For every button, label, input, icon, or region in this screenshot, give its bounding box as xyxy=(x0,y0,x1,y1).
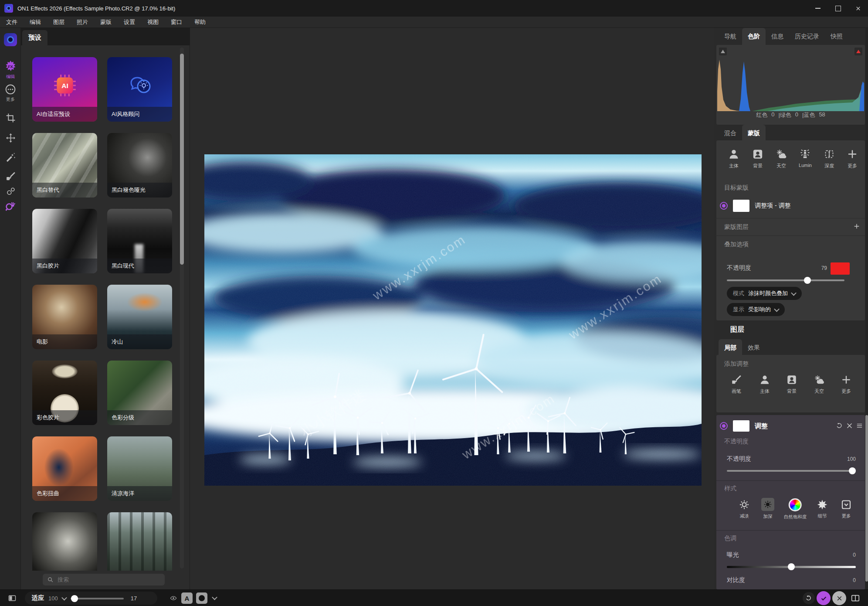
tab-local[interactable]: 局部 xyxy=(719,339,742,356)
mask-brush-tool-button[interactable] xyxy=(0,171,21,182)
adjust-tool-sky[interactable]: 天空 xyxy=(814,374,825,395)
zoom-slider-knob[interactable] xyxy=(71,595,78,602)
mask-view-button[interactable] xyxy=(196,592,207,604)
preset-tile[interactable] xyxy=(32,512,97,571)
menu-layer[interactable]: 图层 xyxy=(47,17,71,27)
original-compare-button[interactable]: A xyxy=(181,592,193,604)
mask-tool-lumin[interactable]: Lumin xyxy=(799,148,812,168)
canvas-area[interactable]: www.xxrjm.com www.xxrjm.com www.xxrjm.co… xyxy=(190,28,714,589)
zoom-slider-track[interactable] xyxy=(71,598,124,599)
mask-tool-more[interactable]: 更多 xyxy=(847,148,858,169)
mask-tool-background[interactable]: 背景 xyxy=(752,148,764,169)
style-more[interactable]: 更多 xyxy=(841,499,852,519)
tab-presets[interactable]: 预设 xyxy=(22,30,47,45)
preview-eye-button[interactable] xyxy=(169,595,178,602)
preset-tile-ai-adaptive[interactable]: AI AI自适应预设 xyxy=(32,57,97,122)
overlay-mode-dropdown[interactable]: 模式 涂抹时颜色叠加 xyxy=(727,287,802,300)
maximize-button[interactable] xyxy=(828,0,848,17)
tab-blend[interactable]: 混合 xyxy=(719,125,742,142)
apply-button[interactable] xyxy=(817,591,831,605)
cancel-button[interactable] xyxy=(832,591,846,605)
overlay-opacity-slider-knob[interactable] xyxy=(804,277,811,284)
adjustment-radio[interactable] xyxy=(720,422,728,430)
menu-photo[interactable]: 照片 xyxy=(71,17,94,27)
zoom-slider[interactable] xyxy=(71,595,124,602)
delete-icon[interactable] xyxy=(846,422,853,429)
adjust-tool-subject[interactable]: 主体 xyxy=(759,374,770,395)
tab-navigator[interactable]: 导航 xyxy=(719,28,742,45)
highlight-clipping-button[interactable] xyxy=(854,48,862,55)
preset-tile[interactable]: 色彩分级 xyxy=(107,361,172,425)
style-burn[interactable]: 加深 xyxy=(761,498,774,520)
undo-button[interactable] xyxy=(803,592,815,604)
preset-tile[interactable] xyxy=(107,512,172,571)
mask-tool-subject[interactable]: 主体 xyxy=(728,148,740,169)
overlay-show-dropdown[interactable]: 显示 受影响的 xyxy=(727,303,785,316)
target-mask-row[interactable]: 调整项 - 调整 xyxy=(720,200,790,212)
menu-view[interactable]: 视图 xyxy=(141,17,165,27)
adjust-tool-background[interactable]: 背景 xyxy=(786,374,797,395)
style-dodge[interactable]: 减淡 xyxy=(739,499,750,519)
menu-edit[interactable]: 编辑 xyxy=(24,17,47,27)
ai-wand-tool-button[interactable] xyxy=(0,152,21,163)
tab-levels[interactable]: 色阶 xyxy=(742,28,766,45)
preset-tile[interactable]: 清凉海洋 xyxy=(107,436,172,501)
chevron-down-icon[interactable] xyxy=(61,595,67,600)
more-module-button[interactable]: 更多 xyxy=(0,84,21,102)
mask-tool-depth[interactable]: 深度 xyxy=(824,148,835,169)
reset-icon[interactable] xyxy=(836,422,843,429)
preset-tile[interactable]: 电影 xyxy=(32,285,97,349)
mask-thumbnail[interactable] xyxy=(733,200,749,212)
adjustment-opacity-slider-knob[interactable] xyxy=(849,467,856,474)
tab-snapshot[interactable]: 快照 xyxy=(825,28,848,45)
preset-tile-ai-style[interactable]: AI风格顾问 xyxy=(107,57,172,122)
close-button[interactable] xyxy=(848,0,868,17)
zoom-percent[interactable]: 100 xyxy=(48,595,58,602)
style-detail[interactable]: 细节 xyxy=(817,499,828,519)
add-mask-layer-button[interactable] xyxy=(853,223,860,230)
move-tool-button[interactable] xyxy=(0,133,21,143)
refine-tool-button[interactable] xyxy=(0,186,21,197)
preset-tile[interactable]: 黑白现代 xyxy=(107,209,172,273)
menu-settings[interactable]: 设置 xyxy=(118,17,141,27)
preset-tile[interactable]: 黑白替代 xyxy=(32,133,97,197)
menu-window[interactable]: 窗口 xyxy=(165,17,188,27)
overlay-color-swatch[interactable] xyxy=(831,262,850,275)
crop-tool-button[interactable] xyxy=(0,112,21,123)
on1-logo-button[interactable] xyxy=(0,33,21,46)
preset-tile[interactable]: 黑白褪色哑光 xyxy=(107,133,172,197)
shadow-clipping-button[interactable] xyxy=(719,48,727,55)
preset-tile[interactable]: 彩色胶片 xyxy=(32,361,97,425)
adjust-tool-more[interactable]: 更多 xyxy=(841,374,852,395)
split-view-left-button[interactable] xyxy=(7,594,17,603)
tab-effects[interactable]: 效果 xyxy=(742,339,766,356)
menu-help[interactable]: 帮助 xyxy=(188,17,212,27)
adjustment-mask-thumbnail[interactable] xyxy=(733,420,749,432)
zoom-pan-tool-button[interactable] xyxy=(0,201,21,213)
photo-image[interactable]: www.xxrjm.com www.xxrjm.com www.xxrjm.co… xyxy=(204,154,702,486)
menu-mask[interactable]: 蒙版 xyxy=(94,17,118,27)
search-input[interactable] xyxy=(57,576,146,583)
right-scrollbar-thumb[interactable] xyxy=(865,415,868,582)
style-vibrance[interactable]: 自然饱和度 xyxy=(784,498,807,520)
edit-module-button[interactable]: 编辑 xyxy=(0,60,21,80)
preset-tile[interactable]: 冷山 xyxy=(107,285,172,349)
overlay-opacity-slider-track[interactable] xyxy=(727,279,844,281)
options-menu-icon[interactable] xyxy=(856,422,863,429)
tab-info[interactable]: 信息 xyxy=(766,28,789,45)
presets-scrollbar-thumb[interactable] xyxy=(180,54,184,265)
mask-tool-sky[interactable]: 天空 xyxy=(776,148,787,169)
minimize-button[interactable] xyxy=(808,0,828,17)
fit-button[interactable]: 适应 xyxy=(32,594,44,602)
preset-tile[interactable]: 黑白胶片 xyxy=(32,209,97,273)
split-view-right-button[interactable] xyxy=(850,593,861,603)
preset-search[interactable] xyxy=(43,574,165,586)
target-mask-radio[interactable] xyxy=(720,202,728,210)
menu-file[interactable]: 文件 xyxy=(0,17,24,27)
adjust-tool-brush[interactable]: 画笔 xyxy=(731,374,742,395)
tab-history[interactable]: 历史记录 xyxy=(789,28,825,45)
exposure-slider-knob[interactable] xyxy=(788,563,795,570)
chevron-down-icon[interactable] xyxy=(212,595,217,600)
adjustment-opacity-slider-track[interactable] xyxy=(727,470,856,472)
tab-mask[interactable]: 蒙版 xyxy=(742,125,766,142)
